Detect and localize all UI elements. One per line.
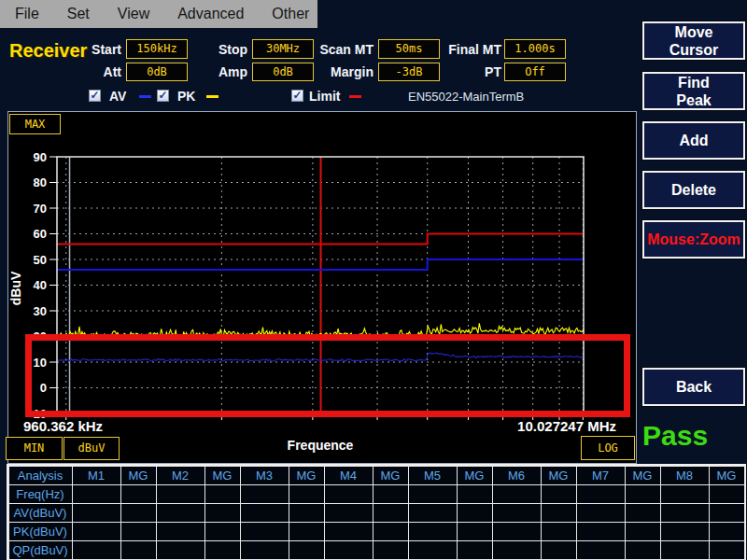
table-cell — [324, 540, 374, 560]
table-cell — [204, 522, 241, 541]
table-cell — [541, 503, 577, 523]
table-row-label: QP(dBuV) — [8, 540, 73, 560]
table-cell — [457, 484, 493, 504]
mode-title: Receiver — [9, 40, 87, 62]
y-tick-label: 60 — [34, 227, 47, 241]
av-checkbox[interactable]: ✓ — [89, 90, 101, 102]
min-hold-button[interactable]: MIN — [6, 437, 63, 460]
result-badge: Pass — [642, 420, 708, 452]
table-cell — [373, 484, 409, 504]
y-axis-title: dBuV — [8, 271, 23, 305]
table-cell — [324, 503, 374, 523]
amp-value[interactable]: 0dB — [252, 63, 314, 81]
table-cell — [709, 540, 745, 560]
att-value[interactable]: 0dB — [126, 63, 188, 81]
table-cell — [324, 484, 374, 504]
table-cell — [373, 503, 409, 523]
mouse-mode-button[interactable]: Mouse:Zoom — [642, 220, 745, 259]
table-header-cell: M1 — [72, 466, 121, 485]
table-cell — [156, 484, 205, 504]
back-button[interactable]: Back — [642, 368, 745, 406]
table-cell — [625, 503, 661, 523]
table-cell — [408, 522, 458, 541]
pk-checkbox[interactable]: ✓ — [157, 90, 169, 102]
table-cell — [373, 522, 409, 541]
stop-label: Stop — [210, 42, 247, 57]
table-cell — [120, 540, 157, 560]
table-cell — [709, 522, 745, 541]
table-cell — [660, 540, 710, 560]
table-cell — [204, 540, 241, 560]
margin-value[interactable]: -3dB — [378, 63, 440, 81]
table-cell — [457, 540, 493, 560]
scale-log-button[interactable]: LOG — [581, 436, 635, 460]
x-axis-title: Frequence — [260, 438, 381, 453]
table-cell — [240, 522, 289, 541]
pk-checkbox-label: PK — [177, 89, 195, 104]
table-cell — [576, 540, 626, 560]
y-tick-label: 90 — [34, 150, 47, 164]
menu-advanced[interactable]: Advanced — [177, 6, 244, 22]
menu-view[interactable]: View — [118, 6, 149, 22]
table-cell — [373, 540, 409, 560]
emi-receiver-app: { "menu": { "items": ["File", "Set", "Vi… — [0, 0, 747, 560]
table-cell — [324, 522, 374, 541]
menu-file[interactable]: File — [15, 6, 39, 22]
table-cell — [72, 522, 121, 541]
scan-mt-value[interactable]: 50ms — [378, 39, 440, 59]
att-label: Att — [84, 64, 121, 79]
start-value[interactable]: 150kHz — [126, 39, 188, 59]
table-cell — [240, 540, 289, 560]
unit-button[interactable]: dBuV — [63, 437, 120, 460]
find-peak-button[interactable]: FindPeak — [642, 72, 745, 110]
table-cell — [576, 484, 626, 504]
table-header-cell: MG — [204, 466, 241, 485]
analysis-table: AnalysisM1MGM2MGM3MGM4MGM5MGM6MGM7MGM8MG… — [7, 464, 746, 560]
table-cell — [72, 484, 121, 504]
table-header-cell: Analysis — [8, 466, 73, 485]
delete-marker-button[interactable]: Delete — [642, 171, 745, 209]
menu-other[interactable]: Other — [272, 6, 309, 22]
stop-value[interactable]: 30MHz — [252, 39, 314, 59]
final-mt-value[interactable]: 1.000s — [504, 39, 566, 59]
table-header-cell: MG — [120, 466, 157, 485]
table-header-cell: M2 — [156, 466, 205, 485]
y-tick-label: 70 — [34, 202, 47, 216]
limit-standard-name: EN55022-MainTermB — [408, 90, 524, 104]
x-start-readout: 960.362 kHz — [23, 418, 103, 434]
pt-value[interactable]: Off — [504, 63, 566, 81]
table-cell — [492, 540, 542, 560]
max-hold-button[interactable]: MAX — [9, 114, 61, 134]
table-cell — [576, 503, 626, 523]
scan-mt-label: Scan MT — [313, 42, 374, 57]
limit-color-swatch — [349, 95, 361, 98]
table-cell — [289, 484, 325, 504]
table-cell — [625, 540, 661, 560]
table-cell — [289, 503, 325, 523]
table-header-cell: MG — [457, 466, 493, 485]
table-cell — [204, 503, 241, 523]
table-cell — [541, 540, 577, 560]
add-marker-button[interactable]: Add — [642, 121, 745, 160]
table-cell — [156, 503, 205, 523]
y-tick-label: 30 — [34, 304, 47, 318]
final-mt-label: Final MT — [441, 42, 501, 57]
table-cell — [660, 484, 710, 504]
margin-label: Margin — [313, 64, 374, 79]
table-cell — [120, 484, 157, 504]
table-cell — [120, 503, 157, 523]
limit-checkbox[interactable]: ✓ — [291, 90, 303, 102]
table-cell — [408, 503, 458, 523]
table-cell — [72, 540, 121, 560]
table-cell — [660, 522, 710, 541]
menu-set[interactable]: Set — [67, 6, 90, 22]
table-cell — [408, 484, 458, 504]
table-header-cell: MG — [373, 466, 409, 485]
table-header-cell: M7 — [576, 466, 626, 485]
table-cell — [120, 522, 157, 541]
table-cell — [625, 484, 661, 504]
table-cell — [156, 522, 205, 541]
table-cell — [576, 522, 626, 541]
move-cursor-button[interactable]: MoveCursor — [642, 21, 745, 60]
table-cell — [625, 522, 661, 541]
